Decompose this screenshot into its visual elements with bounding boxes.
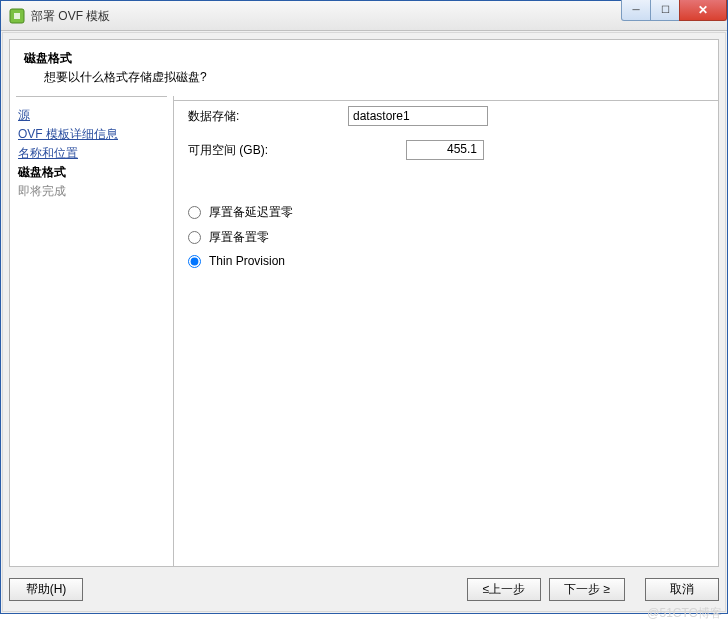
- radio-thick-lazy[interactable]: 厚置备延迟置零: [188, 204, 704, 221]
- datastore-row: 数据存储:: [188, 106, 704, 126]
- radio-thin-provision[interactable]: Thin Provision: [188, 254, 704, 268]
- close-icon: ✕: [698, 4, 708, 16]
- disk-format-radio-group: 厚置备延迟置零 厚置备置零 Thin Provision: [188, 204, 704, 268]
- cancel-button[interactable]: 取消: [645, 578, 719, 601]
- body-area: 源 OVF 模板详细信息 名称和位置 磁盘格式 即将完成 数据存储: 可用空间 …: [10, 96, 718, 566]
- sidebar-item-source[interactable]: 源: [18, 106, 165, 125]
- radio-thick-lazy-label: 厚置备延迟置零: [209, 204, 293, 221]
- app-icon: [9, 8, 25, 24]
- page-title: 磁盘格式: [24, 50, 704, 67]
- minimize-icon: ─: [632, 5, 639, 15]
- radio-thick-eager-input[interactable]: [188, 231, 201, 244]
- button-bar: 帮助(H) ≤上一步 下一步 ≥ 取消: [9, 573, 719, 605]
- datastore-input[interactable]: [348, 106, 488, 126]
- next-button[interactable]: 下一步 ≥: [549, 578, 625, 601]
- radio-thick-lazy-input[interactable]: [188, 206, 201, 219]
- radio-thick-eager-label: 厚置备置零: [209, 229, 269, 246]
- wizard-sidebar: 源 OVF 模板详细信息 名称和位置 磁盘格式 即将完成: [10, 96, 174, 566]
- sidebar-item-ovf-details[interactable]: OVF 模板详细信息: [18, 125, 165, 144]
- freespace-label: 可用空间 (GB):: [188, 142, 348, 159]
- content-area: 磁盘格式 想要以什么格式存储虚拟磁盘? 源 OVF 模板详细信息 名称和位置 磁…: [2, 32, 726, 612]
- radio-thin-provision-label: Thin Provision: [209, 254, 285, 268]
- dialog-window: 部署 OVF 模板 ─ ☐ ✕ 磁盘格式 想要以什么格式存储虚拟磁盘? 源 OV…: [0, 0, 728, 614]
- window-controls: ─ ☐ ✕: [622, 0, 727, 21]
- content-inner: 磁盘格式 想要以什么格式存储虚拟磁盘? 源 OVF 模板详细信息 名称和位置 磁…: [9, 39, 719, 567]
- main-panel: 数据存储: 可用空间 (GB): 455.1 厚置备延迟置零: [174, 96, 718, 566]
- page-subtitle: 想要以什么格式存储虚拟磁盘?: [24, 69, 704, 86]
- minimize-button[interactable]: ─: [621, 0, 651, 21]
- freespace-value: 455.1: [406, 140, 484, 160]
- maximize-button[interactable]: ☐: [650, 0, 680, 21]
- close-button[interactable]: ✕: [679, 0, 727, 21]
- page-header: 磁盘格式 想要以什么格式存储虚拟磁盘?: [10, 40, 718, 101]
- maximize-icon: ☐: [661, 5, 670, 15]
- sidebar-item-ready-complete: 即将完成: [18, 182, 165, 201]
- sidebar-item-name-location[interactable]: 名称和位置: [18, 144, 165, 163]
- radio-thick-eager[interactable]: 厚置备置零: [188, 229, 704, 246]
- sidebar-item-disk-format: 磁盘格式: [18, 163, 165, 182]
- titlebar[interactable]: 部署 OVF 模板 ─ ☐ ✕: [1, 1, 727, 31]
- radio-thin-provision-input[interactable]: [188, 255, 201, 268]
- datastore-label: 数据存储:: [188, 108, 348, 125]
- help-button[interactable]: 帮助(H): [9, 578, 83, 601]
- window-title: 部署 OVF 模板: [31, 8, 110, 25]
- back-button[interactable]: ≤上一步: [467, 578, 541, 601]
- freespace-row: 可用空间 (GB): 455.1: [188, 140, 704, 160]
